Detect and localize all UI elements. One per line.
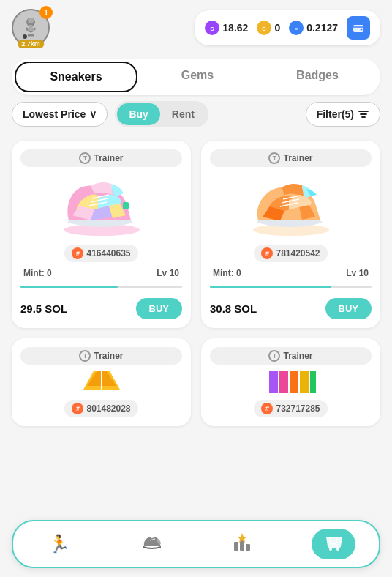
type-icon: T — [79, 152, 91, 164]
svg-rect-24 — [269, 371, 278, 393]
filter-bar: Lowest Price ∨ Buy Rent Filter(5) — [12, 101, 380, 127]
tab-badges[interactable]: Badges — [257, 62, 377, 92]
card-id: # 781420542 — [254, 245, 327, 262]
header: 1 2.7km S 18.62 G 0 ≡ 0.2127 — [0, 0, 392, 53]
type-icon: T — [268, 350, 280, 362]
sneaker-image — [54, 173, 149, 239]
notification-badge: 1 — [39, 6, 53, 19]
avatar-container[interactable]: 1 2.7km — [12, 9, 50, 47]
svg-point-11 — [361, 29, 363, 31]
nav-item-run[interactable]: 🏃 — [37, 531, 82, 557]
type-badge: T Trainer — [20, 149, 182, 167]
nav-item-leaderboard[interactable] — [220, 529, 264, 559]
svg-rect-27 — [300, 371, 309, 393]
card-footer: 30.8 SOL BUY — [210, 295, 372, 319]
sneaker-image — [54, 371, 149, 394]
tab-gems[interactable]: Gems — [137, 62, 257, 92]
svg-rect-26 — [290, 371, 298, 393]
sneaker-image — [244, 173, 339, 239]
wallet-button[interactable] — [347, 16, 370, 40]
hash-icon: # — [72, 403, 83, 414]
type-icon: T — [268, 152, 280, 164]
card-id: # 416440635 — [64, 245, 137, 262]
sneaker-card: T Trainer — [201, 141, 380, 328]
type-badge: T Trainer — [210, 347, 372, 365]
hash-icon: # — [261, 247, 273, 259]
buy-button[interactable]: Buy — [117, 103, 159, 125]
nav-item-sneakers[interactable] — [129, 529, 173, 559]
leaderboard-icon — [232, 532, 252, 556]
sort-button[interactable]: Lowest Price ∨ — [12, 102, 108, 127]
svg-point-35 — [329, 548, 332, 551]
svg-rect-25 — [279, 371, 288, 393]
sneaker-card: T Trainer # 732717285 — [201, 338, 380, 426]
card-id: # 801482028 — [64, 400, 137, 417]
nav-item-marketplace[interactable] — [312, 529, 355, 559]
sol-currency: S 18.62 — [205, 21, 248, 35]
svg-rect-28 — [310, 371, 316, 393]
tab-sneakers[interactable]: Sneakers — [15, 62, 137, 92]
sneakers-icon — [141, 532, 162, 556]
card-price: 29.5 SOL — [20, 302, 67, 315]
hash-icon: # — [261, 403, 273, 414]
progress-bar — [210, 286, 372, 288]
sneaker-image — [244, 371, 339, 394]
svg-point-3 — [23, 34, 27, 39]
type-badge: T Trainer — [210, 149, 372, 167]
progress-fill — [210, 286, 331, 288]
card-meta: Mint: 0 Lv 10 — [20, 268, 182, 278]
svg-point-36 — [336, 548, 339, 551]
gmt-currency: ≡ 0.2127 — [289, 21, 338, 35]
rent-button[interactable]: Rent — [160, 103, 206, 125]
sneaker-card: T Trainer # 801482028 — [12, 338, 191, 426]
sneaker-grid: T Trainer — [0, 133, 392, 433]
card-id: # 732717285 — [254, 400, 327, 417]
svg-rect-16 — [123, 202, 129, 209]
svg-text:G: G — [263, 26, 267, 31]
progress-fill — [20, 286, 118, 288]
svg-text:≡: ≡ — [295, 26, 298, 31]
svg-rect-31 — [234, 542, 238, 551]
progress-bar — [20, 286, 182, 288]
svg-rect-33 — [246, 544, 250, 551]
sol-icon: S — [205, 21, 219, 35]
gst-icon: G — [257, 21, 271, 35]
distance-badge: 2.7km — [18, 40, 44, 48]
type-icon: T — [79, 350, 91, 362]
hash-icon: # — [72, 247, 83, 259]
sneaker-card: T Trainer — [12, 141, 191, 328]
card-buy-button[interactable]: BUY — [136, 298, 182, 319]
card-buy-button[interactable]: BUY — [325, 298, 372, 319]
currency-bar: S 18.62 G 0 ≡ 0.2127 — [195, 10, 380, 45]
svg-point-2 — [28, 18, 34, 23]
gst-currency: G 0 — [257, 21, 280, 35]
category-tabs: Sneakers Gems Badges — [12, 59, 380, 95]
marketplace-icon — [323, 532, 344, 556]
svg-text:S: S — [211, 26, 215, 32]
buy-rent-toggle: Buy Rent — [115, 101, 208, 127]
bottom-nav: 🏃 — [12, 520, 380, 568]
card-price: 30.8 SOL — [210, 302, 257, 315]
gmt-icon: ≡ — [289, 21, 304, 35]
type-badge: T Trainer — [20, 347, 182, 365]
card-meta: Mint: 0 Lv 10 — [210, 268, 372, 278]
filter-button[interactable]: Filter(5) — [306, 102, 380, 127]
card-footer: 29.5 SOL BUY — [20, 295, 182, 319]
run-icon: 🏃 — [48, 534, 70, 554]
